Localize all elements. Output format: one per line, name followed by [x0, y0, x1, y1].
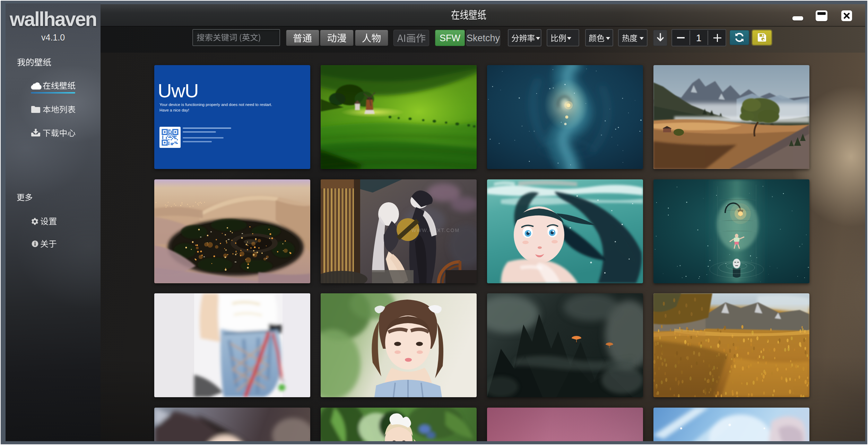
svg-text:WWW.GFXT.COM: WWW.GFXT.COM	[411, 228, 460, 233]
